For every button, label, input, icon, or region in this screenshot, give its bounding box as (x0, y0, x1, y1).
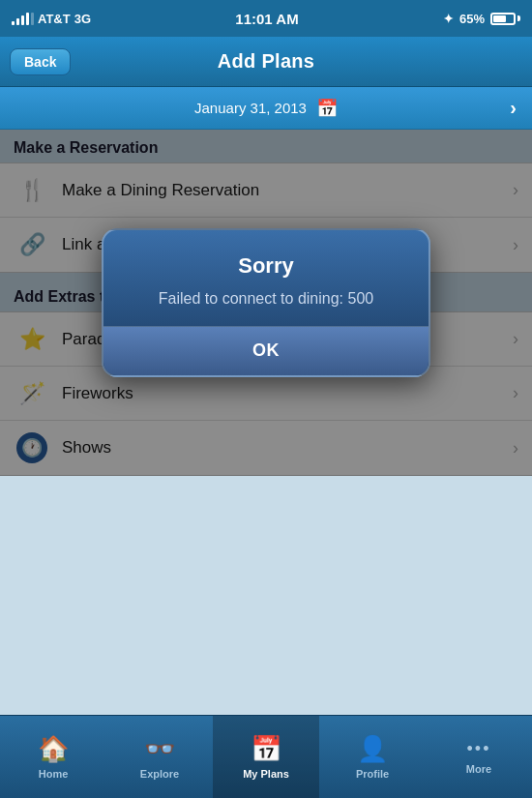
back-button[interactable]: Back (10, 48, 71, 75)
status-bar: AT&T 3G 11:01 AM ✦ 65% (0, 0, 532, 37)
tab-bar: 🏠 Home 👓 Explore 📅 My Plans 👤 Profile ••… (0, 715, 532, 798)
nav-bar: Back Add Plans (0, 37, 532, 87)
network-label: 3G (74, 12, 91, 26)
signal-bars (12, 12, 34, 25)
tab-profile[interactable]: 👤 Profile (319, 716, 426, 798)
error-dialog: Sorry Failed to connect to dining: 500 O… (102, 228, 430, 376)
more-icon: ••• (467, 739, 491, 759)
dialog-body: Sorry Failed to connect to dining: 500 (103, 230, 429, 325)
bluetooth-icon: ✦ (443, 12, 454, 26)
home-icon: 🏠 (38, 734, 69, 764)
carrier-label: AT&T (38, 12, 71, 26)
tab-explore-label: Explore (140, 768, 179, 780)
main-content: Make a Reservation 🍴 Make a Dining Reser… (0, 130, 532, 476)
battery-label: 65% (459, 12, 485, 26)
tab-explore[interactable]: 👓 Explore (106, 716, 213, 798)
tab-my-plans[interactable]: 📅 My Plans (213, 716, 319, 798)
tab-my-plans-label: My Plans (243, 768, 289, 780)
date-label: January 31, 2013 (194, 100, 307, 116)
profile-icon: 👤 (357, 734, 388, 764)
date-bar: January 31, 2013 📅 › (0, 87, 532, 130)
dialog-title: Sorry (123, 253, 409, 279)
dialog-overlay: Sorry Failed to connect to dining: 500 O… (0, 130, 532, 476)
dialog-message: Failed to connect to dining: 500 (123, 288, 409, 310)
calendar-icon[interactable]: 📅 (316, 98, 338, 119)
tab-more[interactable]: ••• More (426, 716, 532, 798)
my-plans-icon: 📅 (251, 734, 281, 764)
date-chevron-icon[interactable]: › (510, 97, 517, 119)
tab-home[interactable]: 🏠 Home (0, 716, 106, 798)
ok-button[interactable]: OK (103, 327, 429, 375)
status-time: 11:01 AM (235, 11, 298, 27)
tab-home-label: Home (39, 768, 69, 780)
dialog-btn-area: OK (103, 326, 429, 375)
battery-icon (490, 13, 520, 25)
explore-icon: 👓 (144, 734, 175, 764)
status-carrier: AT&T 3G (12, 12, 91, 26)
page-title: Add Plans (218, 50, 315, 73)
status-icons: ✦ 65% (443, 12, 520, 26)
tab-profile-label: Profile (356, 768, 389, 780)
tab-more-label: More (466, 763, 491, 775)
